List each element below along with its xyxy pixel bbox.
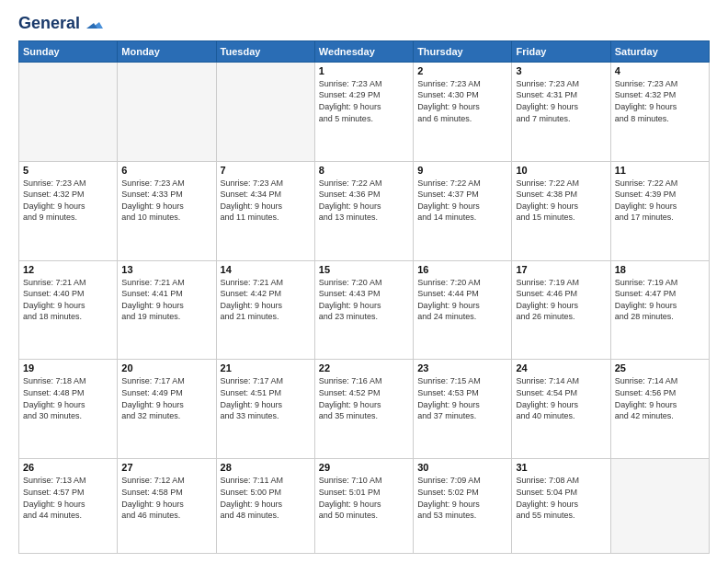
detail-line: Daylight: 9 hours: [221, 500, 283, 509]
detail-line: Sunset: 4:29 PM: [319, 90, 381, 99]
day-number: 26: [23, 462, 113, 473]
detail-line: and 11 minutes.: [221, 213, 279, 222]
day-detail: Sunrise: 7:23 AMSunset: 4:34 PMDaylight:…: [221, 178, 311, 224]
detail-line: Sunset: 5:02 PM: [417, 488, 479, 497]
day-number: 31: [516, 462, 606, 473]
header: General: [18, 15, 710, 33]
detail-line: Daylight: 9 hours: [121, 400, 184, 409]
detail-line: and 42 minutes.: [615, 411, 674, 420]
calendar-cell: 11Sunrise: 7:22 AMSunset: 4:39 PMDayligh…: [610, 161, 709, 260]
detail-line: Sunrise: 7:15 AM: [417, 376, 481, 385]
detail-line: and 32 minutes.: [121, 411, 180, 420]
calendar-cell: 17Sunrise: 7:19 AMSunset: 4:46 PMDayligh…: [512, 260, 610, 360]
detail-line: Sunrise: 7:14 AM: [615, 376, 678, 385]
weekday-sunday: Sunday: [19, 40, 118, 62]
detail-line: Daylight: 9 hours: [23, 301, 85, 310]
calendar-cell: 13Sunrise: 7:21 AMSunset: 4:41 PMDayligh…: [118, 260, 216, 360]
detail-line: Sunset: 4:32 PM: [23, 190, 85, 199]
detail-line: Sunset: 4:46 PM: [516, 289, 577, 298]
detail-line: Daylight: 9 hours: [23, 201, 85, 211]
calendar-cell: 23Sunrise: 7:15 AMSunset: 4:53 PMDayligh…: [414, 360, 512, 459]
detail-line: Sunrise: 7:19 AM: [516, 278, 579, 287]
detail-line: Daylight: 9 hours: [23, 500, 85, 509]
day-detail: Sunrise: 7:14 AMSunset: 4:54 PMDaylight:…: [516, 375, 606, 421]
calendar-cell: 6Sunrise: 7:23 AMSunset: 4:33 PMDaylight…: [118, 161, 216, 260]
detail-line: and 33 minutes.: [221, 411, 279, 420]
calendar-cell: 25Sunrise: 7:14 AMSunset: 4:56 PMDayligh…: [610, 360, 709, 459]
detail-line: and 21 minutes.: [221, 312, 279, 321]
day-detail: Sunrise: 7:18 AMSunset: 4:48 PMDaylight:…: [23, 375, 113, 421]
detail-line: and 35 minutes.: [319, 411, 378, 420]
week-row-4: 19Sunrise: 7:18 AMSunset: 4:48 PMDayligh…: [19, 360, 710, 459]
detail-line: and 37 minutes.: [417, 411, 476, 420]
weekday-friday: Friday: [512, 40, 610, 62]
detail-line: Sunset: 4:38 PM: [516, 190, 577, 199]
day-number: 2: [417, 65, 507, 76]
detail-line: Daylight: 9 hours: [417, 201, 480, 211]
detail-line: and 50 minutes.: [319, 511, 378, 520]
detail-line: Sunrise: 7:22 AM: [417, 178, 481, 188]
day-detail: Sunrise: 7:20 AMSunset: 4:43 PMDaylight:…: [319, 277, 409, 323]
detail-line: Sunrise: 7:21 AM: [221, 278, 284, 287]
detail-line: Sunset: 4:41 PM: [121, 289, 183, 298]
day-detail: Sunrise: 7:17 AMSunset: 4:49 PMDaylight:…: [121, 375, 211, 421]
calendar-cell: [118, 62, 216, 161]
day-number: 16: [417, 264, 507, 275]
day-number: 17: [516, 264, 606, 275]
detail-line: and 55 minutes.: [516, 511, 574, 520]
detail-line: Daylight: 9 hours: [615, 102, 677, 111]
day-number: 27: [121, 462, 211, 473]
day-detail: Sunrise: 7:21 AMSunset: 4:42 PMDaylight:…: [221, 277, 311, 323]
week-row-3: 12Sunrise: 7:21 AMSunset: 4:40 PMDayligh…: [19, 260, 710, 360]
weekday-thursday: Thursday: [414, 40, 512, 62]
calendar-cell: 12Sunrise: 7:21 AMSunset: 4:40 PMDayligh…: [19, 260, 118, 360]
day-detail: Sunrise: 7:23 AMSunset: 4:32 PMDaylight:…: [23, 178, 113, 224]
detail-line: Daylight: 9 hours: [319, 201, 381, 211]
detail-line: Sunrise: 7:17 AM: [221, 376, 284, 385]
logo-icon: [86, 16, 103, 32]
detail-line: Sunrise: 7:21 AM: [23, 278, 86, 287]
calendar-cell: 3Sunrise: 7:23 AMSunset: 4:31 PMDaylight…: [512, 62, 610, 161]
day-number: 11: [615, 165, 705, 176]
detail-line: Sunset: 4:56 PM: [615, 388, 677, 397]
detail-line: Daylight: 9 hours: [221, 400, 283, 409]
day-number: 4: [615, 65, 705, 76]
week-row-2: 5Sunrise: 7:23 AMSunset: 4:32 PMDaylight…: [19, 161, 710, 260]
detail-line: Sunset: 4:34 PM: [221, 190, 282, 199]
detail-line: Daylight: 9 hours: [121, 500, 184, 509]
detail-line: Daylight: 9 hours: [23, 400, 85, 409]
day-number: 30: [417, 462, 507, 473]
calendar-cell: 9Sunrise: 7:22 AMSunset: 4:37 PMDaylight…: [414, 161, 512, 260]
detail-line: Sunrise: 7:23 AM: [615, 79, 678, 88]
detail-line: and 15 minutes.: [516, 213, 574, 222]
detail-line: Daylight: 9 hours: [615, 301, 677, 310]
logo-text: General: [18, 15, 103, 33]
calendar-cell: 5Sunrise: 7:23 AMSunset: 4:32 PMDaylight…: [19, 161, 118, 260]
detail-line: Daylight: 9 hours: [319, 102, 381, 111]
detail-line: Sunset: 4:30 PM: [417, 90, 479, 99]
calendar-cell: 26Sunrise: 7:13 AMSunset: 4:57 PMDayligh…: [19, 459, 118, 554]
detail-line: and 30 minutes.: [23, 411, 82, 420]
calendar-cell: 30Sunrise: 7:09 AMSunset: 5:02 PMDayligh…: [414, 459, 512, 554]
detail-line: Daylight: 9 hours: [516, 201, 578, 211]
detail-line: and 9 minutes.: [23, 213, 77, 222]
calendar-cell: [610, 459, 709, 554]
detail-line: Sunset: 4:32 PM: [615, 90, 677, 99]
detail-line: Sunset: 4:43 PM: [319, 289, 381, 298]
detail-line: Daylight: 9 hours: [615, 400, 677, 409]
day-detail: Sunrise: 7:17 AMSunset: 4:51 PMDaylight:…: [221, 375, 311, 421]
detail-line: and 46 minutes.: [121, 511, 180, 520]
day-detail: Sunrise: 7:23 AMSunset: 4:31 PMDaylight:…: [516, 78, 606, 124]
weekday-header-row: SundayMondayTuesdayWednesdayThursdayFrid…: [19, 40, 710, 62]
detail-line: and 18 minutes.: [23, 312, 82, 321]
day-number: 5: [23, 165, 113, 176]
weekday-tuesday: Tuesday: [216, 40, 314, 62]
detail-line: and 8 minutes.: [615, 114, 669, 123]
day-detail: Sunrise: 7:20 AMSunset: 4:44 PMDaylight:…: [417, 277, 507, 323]
day-number: 12: [23, 264, 113, 275]
detail-line: Sunrise: 7:13 AM: [23, 476, 86, 485]
day-detail: Sunrise: 7:10 AMSunset: 5:01 PMDaylight:…: [319, 475, 409, 521]
calendar-cell: 1Sunrise: 7:23 AMSunset: 4:29 PMDaylight…: [314, 62, 413, 161]
page: General SundayMondayTuesdayWednesdayThur…: [0, 0, 728, 563]
day-number: 7: [221, 165, 311, 176]
